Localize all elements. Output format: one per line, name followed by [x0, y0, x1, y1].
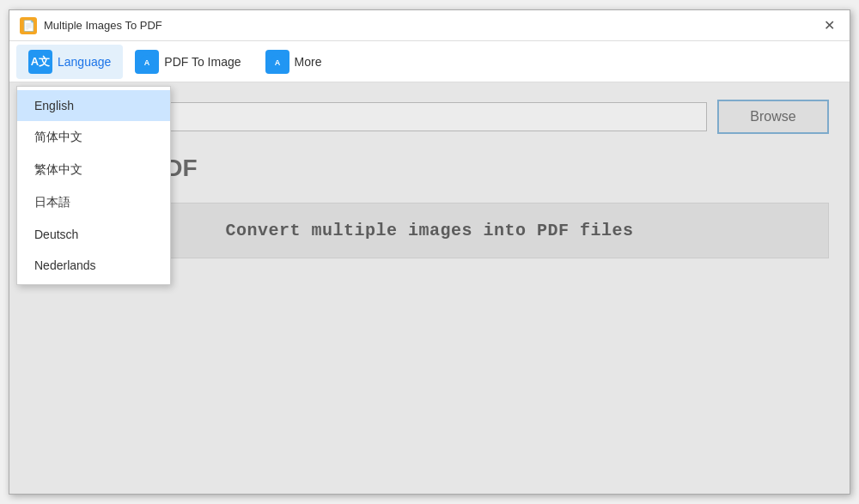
lang-simplified-chinese[interactable]: 简体中文: [17, 121, 170, 154]
app-icon: 📄: [20, 17, 37, 34]
lang-english[interactable]: English: [17, 90, 170, 121]
lang-traditional-chinese[interactable]: 繁体中文: [17, 154, 170, 186]
language-icon: A文: [28, 50, 52, 74]
window-title: Multiple Images To PDF: [44, 19, 162, 32]
more-label: More: [295, 55, 322, 69]
toolbar: A文 Language English 简体中文 繁体中文 日本語 Deutsc…: [9, 41, 850, 82]
language-label: Language: [58, 55, 111, 69]
svg-text:A: A: [274, 58, 280, 67]
more-button[interactable]: A More: [253, 45, 334, 79]
pdf-to-image-button[interactable]: A PDF To Image: [123, 45, 253, 79]
svg-text:A: A: [144, 58, 150, 67]
title-bar: 📄 Multiple Images To PDF ✕: [9, 10, 850, 41]
title-bar-left: 📄 Multiple Images To PDF: [20, 17, 162, 34]
lang-japanese[interactable]: 日本語: [17, 186, 170, 219]
main-window: 📄 Multiple Images To PDF ✕ A文 Language E…: [9, 9, 850, 495]
language-button[interactable]: A文 Language English 简体中文 繁体中文 日本語 Deutsc…: [16, 45, 123, 79]
lang-dutch[interactable]: Nederlands: [17, 250, 170, 281]
pdf-to-image-label: PDF To Image: [164, 55, 241, 69]
language-dropdown: English 简体中文 繁体中文 日本語 Deutsch Nederlands: [16, 86, 171, 285]
lang-german[interactable]: Deutsch: [17, 219, 170, 250]
more-icon: A: [265, 50, 289, 74]
close-button[interactable]: ✕: [819, 15, 839, 36]
pdf-to-image-icon: A: [135, 50, 159, 74]
